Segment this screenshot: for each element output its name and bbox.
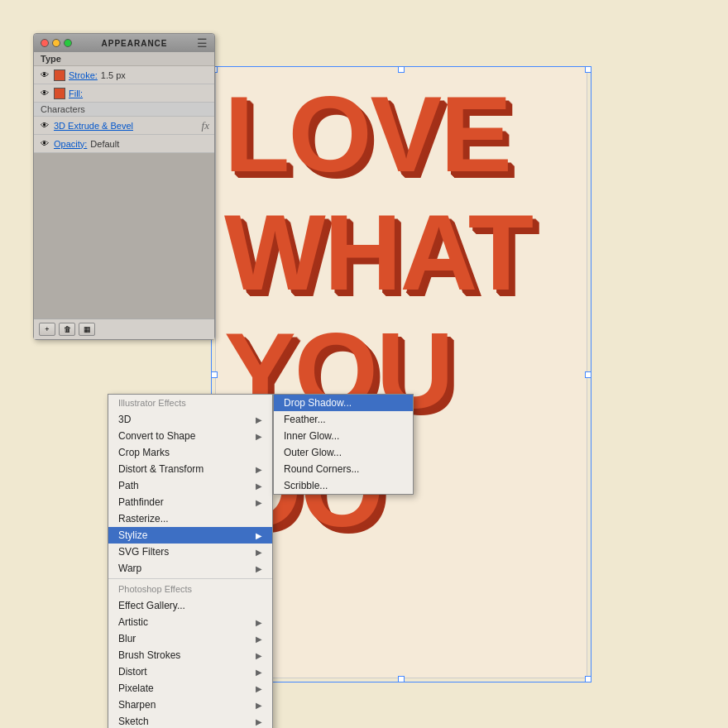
menu-item-sketch[interactable]: Sketch ▶ xyxy=(108,713,272,728)
fill-label[interactable]: Fill: xyxy=(69,89,83,98)
fill-row: 👁 Fill: xyxy=(34,84,214,103)
menu-item-distort-arrow: ▶ xyxy=(256,668,262,677)
type-label: Type xyxy=(41,54,61,64)
menu-item-artistic-arrow: ▶ xyxy=(256,618,262,627)
stroke-row: 👁 Stroke: 1.5 px xyxy=(34,66,214,84)
stylize-submenu: Drop Shadow... Feather... Inner Glow... … xyxy=(273,394,414,495)
menu-item-pixelate[interactable]: Pixelate ▶ xyxy=(108,680,272,697)
submenu-drop-shadow-label: Drop Shadow... xyxy=(284,397,352,409)
art-line-1: LOVE xyxy=(224,75,532,194)
maximize-button[interactable] xyxy=(64,39,72,47)
opacity-label[interactable]: Opacity: xyxy=(54,139,87,149)
menu-item-warp[interactable]: Warp ▶ xyxy=(108,560,272,577)
menu-item-svg-filters[interactable]: SVG Filters ▶ xyxy=(108,544,272,560)
menu-item-path-arrow: ▶ xyxy=(256,481,262,491)
illustrator-effects-header: Illustrator Effects xyxy=(108,395,272,411)
menu-item-stylize[interactable]: Stylize ▶ xyxy=(108,527,272,544)
menu-item-effect-gallery[interactable]: Effect Gallery... xyxy=(108,597,272,614)
panel-footer: + 🗑 ▦ xyxy=(34,318,214,339)
menu-item-sharpen[interactable]: Sharpen ▶ xyxy=(108,697,272,713)
context-menu: Illustrator Effects 3D ▶ Convert to Shap… xyxy=(108,394,273,728)
effect-label[interactable]: 3D Extrude & Bevel xyxy=(54,121,133,131)
submenu-drop-shadow[interactable]: Drop Shadow... xyxy=(274,395,413,411)
art-line-2: WHAT xyxy=(224,194,532,312)
fill-visibility-toggle[interactable]: 👁 xyxy=(39,88,50,99)
submenu-scribble-label: Scribble... xyxy=(284,480,328,491)
panel-title: APPEARANCE xyxy=(101,39,167,48)
appearance-panel: APPEARANCE ☰ Type 👁 Stroke: 1.5 px 👁 Fil… xyxy=(33,33,215,340)
menu-item-pathfinder-arrow: ▶ xyxy=(256,498,262,507)
submenu-outer-glow[interactable]: Outer Glow... xyxy=(274,444,413,461)
stroke-visibility-toggle[interactable]: 👁 xyxy=(39,69,50,81)
panel-type-header: Type xyxy=(34,52,214,66)
menu-item-pathfinder-label: Pathfinder xyxy=(118,496,164,508)
characters-label: Characters xyxy=(41,104,85,114)
menu-item-path[interactable]: Path ▶ xyxy=(108,477,272,494)
stroke-value: 1.5 px xyxy=(101,70,126,80)
menu-item-blur-arrow: ▶ xyxy=(256,635,262,644)
menu-item-artistic-label: Artistic xyxy=(118,616,148,628)
menu-item-warp-arrow: ▶ xyxy=(256,564,262,573)
menu-item-artistic[interactable]: Artistic ▶ xyxy=(108,614,272,630)
menu-item-brush-strokes-arrow: ▶ xyxy=(256,651,262,660)
menu-item-brush-strokes-label: Brush Strokes xyxy=(118,649,180,661)
menu-item-convert-to-shape-label: Convert to Shape xyxy=(118,430,195,442)
panel-menu-icon[interactable]: ☰ xyxy=(197,36,208,50)
menu-item-svg-filters-arrow: ▶ xyxy=(256,548,262,557)
menu-item-pixelate-label: Pixelate xyxy=(118,682,154,694)
menu-item-rasterize-label: Rasterize... xyxy=(118,513,169,524)
menu-item-distort-transform-arrow: ▶ xyxy=(256,465,262,474)
panel-body xyxy=(34,153,214,318)
menu-item-sketch-label: Sketch xyxy=(118,716,149,727)
menu-item-warp-label: Warp xyxy=(118,563,141,574)
fill-color-swatch[interactable] xyxy=(54,88,65,99)
menu-item-3d-label: 3D xyxy=(118,414,131,425)
submenu-scribble[interactable]: Scribble... xyxy=(274,477,413,494)
menu-item-rasterize[interactable]: Rasterize... xyxy=(108,510,272,527)
menu-item-distort-transform-label: Distort & Transform xyxy=(118,463,204,475)
delete-item-button[interactable]: 🗑 xyxy=(59,323,75,336)
menu-item-sketch-arrow: ▶ xyxy=(256,717,262,726)
menu-item-brush-strokes[interactable]: Brush Strokes ▶ xyxy=(108,647,272,663)
menu-item-crop-marks[interactable]: Crop Marks xyxy=(108,444,272,461)
submenu-outer-glow-label: Outer Glow... xyxy=(284,447,342,458)
new-item-button[interactable]: + xyxy=(39,323,55,336)
menu-item-3d[interactable]: 3D ▶ xyxy=(108,411,272,428)
close-button[interactable] xyxy=(41,39,49,47)
effect-visibility-toggle[interactable]: 👁 xyxy=(39,120,50,132)
menu-item-distort-label: Distort xyxy=(118,666,147,678)
menu-item-3d-arrow: ▶ xyxy=(256,415,262,424)
minimize-button[interactable] xyxy=(52,39,60,47)
submenu-inner-glow-label: Inner Glow... xyxy=(284,430,339,442)
menu-item-sharpen-label: Sharpen xyxy=(118,699,156,711)
menu-item-convert-to-shape-arrow: ▶ xyxy=(256,432,262,441)
menu-item-svg-filters-label: SVG Filters xyxy=(118,546,169,558)
stroke-label[interactable]: Stroke: xyxy=(69,70,98,80)
menu-item-pathfinder[interactable]: Pathfinder ▶ xyxy=(108,494,272,510)
menu-item-blur-label: Blur xyxy=(118,633,136,644)
stroke-color-swatch[interactable] xyxy=(54,69,65,81)
menu-item-pixelate-arrow: ▶ xyxy=(256,684,262,693)
menu-item-stylize-label: Stylize xyxy=(118,529,147,541)
submenu-inner-glow[interactable]: Inner Glow... xyxy=(274,428,413,444)
fx-icon: fx xyxy=(202,119,209,132)
submenu-round-corners[interactable]: Round Corners... xyxy=(274,461,413,477)
menu-item-effect-gallery-label: Effect Gallery... xyxy=(118,600,185,611)
menu-item-stylize-arrow: ▶ xyxy=(256,531,262,540)
effect-row: 👁 3D Extrude & Bevel fx xyxy=(34,117,214,135)
menu-item-blur[interactable]: Blur ▶ xyxy=(108,630,272,647)
opacity-visibility-toggle[interactable]: 👁 xyxy=(39,138,50,150)
panel-titlebar: APPEARANCE ☰ xyxy=(34,34,214,52)
photoshop-effects-header: Photoshop Effects xyxy=(108,581,272,597)
submenu-round-corners-label: Round Corners... xyxy=(284,463,359,475)
characters-section: Characters xyxy=(34,103,214,117)
menu-item-distort[interactable]: Distort ▶ xyxy=(108,663,272,680)
opacity-value: Default xyxy=(90,139,119,149)
panel-options-button[interactable]: ▦ xyxy=(79,323,95,336)
menu-item-convert-to-shape[interactable]: Convert to Shape ▶ xyxy=(108,428,272,444)
opacity-row: 👁 Opacity: Default xyxy=(34,135,214,153)
submenu-feather[interactable]: Feather... xyxy=(274,411,413,428)
menu-item-distort-transform[interactable]: Distort & Transform ▶ xyxy=(108,461,272,477)
menu-item-path-label: Path xyxy=(118,480,139,491)
window-controls xyxy=(41,39,72,47)
